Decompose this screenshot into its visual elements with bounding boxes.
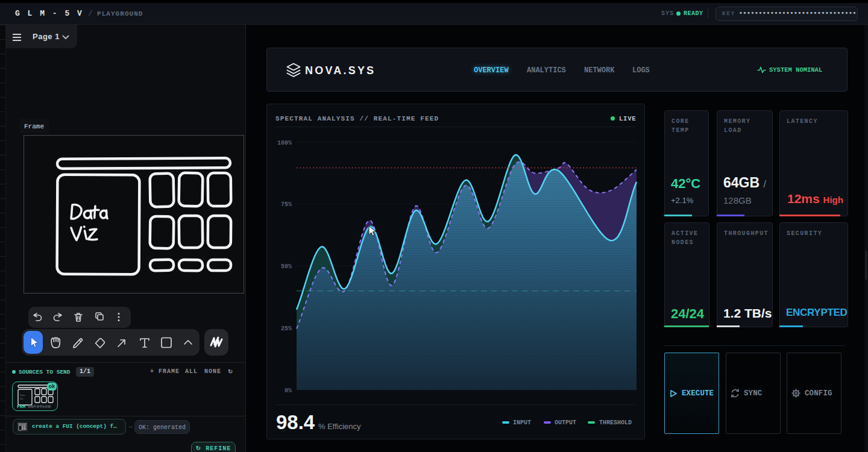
svg-text:25%: 25% [281, 325, 292, 332]
svg-text:100%: 100% [277, 140, 292, 146]
svg-text:Data: Data [20, 394, 25, 397]
svg-text:0%: 0% [285, 388, 292, 394]
svg-text:75%: 75% [281, 201, 292, 208]
svg-text:50%: 50% [281, 263, 292, 270]
svg-text:Viz: Viz [20, 397, 23, 400]
